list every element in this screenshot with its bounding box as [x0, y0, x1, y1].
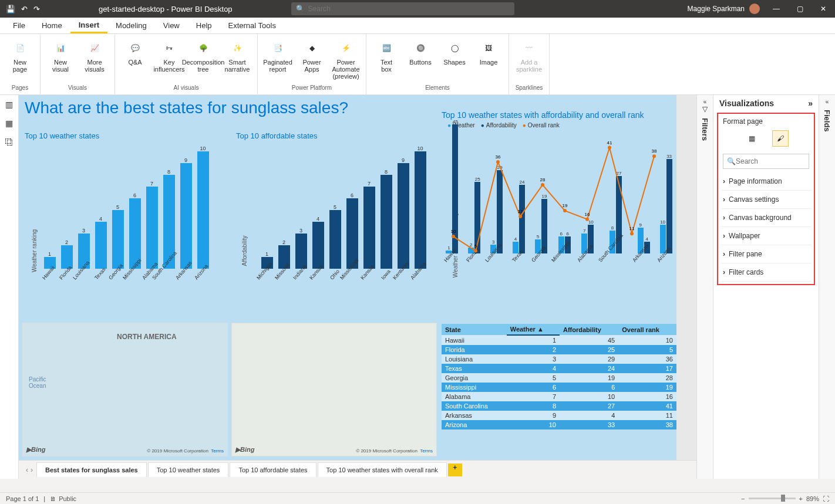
zoom-in[interactable]: + [799, 495, 803, 502]
zoom-slider[interactable] [749, 498, 796, 499]
format-item[interactable]: Wallpaper [720, 227, 812, 245]
format-search-input[interactable] [736, 157, 805, 165]
visualizations-pane: Visualizations » Format page ▦ 🖌 🔍 Page … [713, 95, 819, 479]
bing-logo: ▶Bing [26, 446, 45, 454]
expand-icon[interactable]: » [808, 99, 813, 108]
status-bar: Page 1 of 1 | 🗎 Public − + 89% ⛶ [0, 492, 835, 504]
ribbon-q&a[interactable]: 💬Q&A [120, 36, 150, 73]
filters-icon: ▽ [702, 105, 708, 113]
canvas-wrap: What are the best states for sunglass sa… [19, 95, 696, 479]
report-view-icon[interactable]: ▥ [2, 97, 16, 111]
main: ▥ ▦ ⿻ What are the best states for sungl… [0, 95, 835, 479]
legend-affordability: Affordability [481, 122, 517, 128]
user-area[interactable]: Maggie Sparkman [688, 4, 765, 14]
window-minimize[interactable]: — [765, 5, 788, 13]
ribbon-power-apps[interactable]: ◆PowerApps [297, 36, 327, 80]
sensitivity-label[interactable]: Public [59, 495, 76, 502]
chart3[interactable]: 145Hawaii225Florida329Louisiana424Texas5… [442, 130, 676, 306]
tab-file[interactable]: File [5, 19, 33, 32]
map-northamerica[interactable]: NORTH AMERICA Pacific Ocean ▶Bing © 2019… [22, 323, 228, 456]
chart3-legend: Weather Affordability Overall rank [447, 122, 560, 128]
ribbon-text-box[interactable]: 🔤Textbox [371, 36, 402, 73]
tab-insert[interactable]: Insert [70, 18, 107, 33]
format-search[interactable]: 🔍 [723, 154, 809, 169]
chart3-title: Top 10 weather states with affordability… [442, 110, 644, 120]
format-page-box: Format page ▦ 🖌 🔍 Page informationCanvas… [717, 113, 815, 285]
tab-external-tools[interactable]: External Tools [220, 19, 284, 32]
page-tab-arrows[interactable]: ‹› [22, 466, 36, 474]
filters-pane-collapsed[interactable]: « ▽ Filters [696, 95, 713, 479]
window-close[interactable]: ✕ [812, 5, 835, 13]
tab-home[interactable]: Home [33, 19, 70, 32]
window-maximize[interactable]: ▢ [788, 5, 812, 13]
user-name: Maggie Sparkman [688, 5, 745, 13]
page-tab[interactable]: Top 10 weather states with overall rank [318, 462, 447, 477]
model-view-icon[interactable]: ⿻ [2, 135, 16, 149]
fit-page-icon[interactable]: ⛶ [823, 495, 829, 502]
ribbon-smart-narrative[interactable]: ✨Smartnarrative [222, 36, 252, 73]
ribbon: 📄NewpagePages📊Newvisual📈MorevisualsVisua… [0, 34, 835, 95]
zoom-level: 89% [806, 495, 819, 502]
data-table[interactable]: StateWeather ▲AffordabilityOverall rankH… [442, 324, 676, 429]
search-icon: 🔍 [727, 157, 736, 165]
chart1-title: Top 10 weather states [25, 131, 99, 140]
global-search[interactable]: 🔍 [291, 2, 514, 15]
format-page-icon[interactable]: 🖌 [772, 130, 789, 147]
search-input[interactable] [308, 5, 484, 13]
format-item[interactable]: Canvas background [720, 209, 812, 227]
zoom-control[interactable]: − + 89% ⛶ [741, 495, 829, 502]
chart2[interactable]: 1Michigan2Missouri3Indiana4Kansas5Ohio6M… [260, 148, 427, 283]
ribbon-image[interactable]: 🖼Image [473, 36, 504, 73]
redo-icon[interactable]: ↷ [33, 5, 40, 13]
ribbon-new-visual[interactable]: 📊Newvisual [45, 36, 76, 73]
ribbon-add-a-sparkline[interactable]: 〰Add asparkline [514, 36, 544, 73]
filters-title: Filters [701, 118, 709, 141]
save-icon[interactable]: 💾 [6, 5, 15, 13]
chart2-title: Top 10 affordable states [236, 131, 318, 140]
avatar[interactable] [749, 4, 760, 14]
ribbon-decomposition-tree[interactable]: 🌳Decompositiontree [188, 36, 218, 73]
ribbon-more-visuals[interactable]: 📈Morevisuals [79, 36, 110, 73]
add-page-button[interactable]: + [448, 464, 462, 476]
ribbon-buttons[interactable]: 🔘Buttons [405, 36, 436, 73]
ribbon-power-automate-(preview)[interactable]: ⚡Power Automate(preview) [331, 36, 361, 80]
format-item[interactable]: Filter cards [720, 263, 812, 282]
search-icon: 🔍 [296, 5, 305, 13]
view-switch: ▥ ▦ ⿻ [0, 95, 19, 479]
page-tab[interactable]: Top 10 weather states [148, 462, 229, 477]
zoom-out[interactable]: − [741, 495, 745, 502]
page-tab[interactable]: Best states for sunglass sales [36, 462, 147, 477]
format-page-title: Format page [720, 116, 812, 127]
report-canvas[interactable]: What are the best states for sunglass sa… [19, 95, 676, 460]
map-pacific-label: Pacific Ocean [29, 376, 46, 389]
format-item[interactable]: Canvas settings [720, 191, 812, 209]
bing-logo: ▶Bing [235, 446, 254, 454]
ribbon-key-influencers[interactable]: 🗝Keyinfluencers [154, 36, 184, 73]
chevron-left-icon: « [826, 99, 829, 105]
map-na-label: NORTH AMERICA [117, 333, 177, 341]
legend-overall: Overall rank [523, 122, 560, 128]
tab-view[interactable]: View [155, 19, 188, 32]
viz-pane-title: Visualizations [719, 99, 774, 108]
chart1[interactable]: 1Hawaii2Florida3Louisiana4Texas5Georgia6… [42, 148, 210, 283]
page-tab[interactable]: Top 10 affordable states [230, 462, 316, 477]
app-title: get-started-desktop - Power BI Desktop [99, 5, 233, 13]
page-tabs: ‹› Best states for sunglass salesTop 10 … [19, 460, 696, 479]
ribbon-paginated-report[interactable]: 📑Paginatedreport [262, 36, 293, 80]
window-buttons: — ▢ ✕ [765, 5, 835, 13]
format-item[interactable]: Filter pane [720, 245, 812, 263]
ribbon-tabs: File Home Insert Modeling View Help Exte… [0, 18, 835, 34]
data-view-icon[interactable]: ▦ [2, 116, 16, 130]
format-item[interactable]: Page information [720, 172, 812, 191]
right-panes: « ▽ Filters Visualizations » Format page… [696, 95, 835, 479]
report-title: What are the best states for sunglass sa… [25, 99, 348, 117]
fields-pane-collapsed[interactable]: « Fields [819, 95, 835, 479]
fields-title: Fields [823, 110, 831, 132]
build-visual-icon[interactable]: ▦ [744, 130, 760, 147]
tab-help[interactable]: Help [188, 19, 220, 32]
tab-modeling[interactable]: Modeling [107, 19, 155, 32]
undo-icon[interactable]: ↶ [21, 5, 28, 13]
ribbon-new-page[interactable]: 📄Newpage [5, 36, 35, 73]
map-us-states[interactable]: ▶Bing © 2019 Microsoft Corporation Terms [231, 323, 437, 456]
ribbon-shapes[interactable]: ◯Shapes [439, 36, 470, 73]
